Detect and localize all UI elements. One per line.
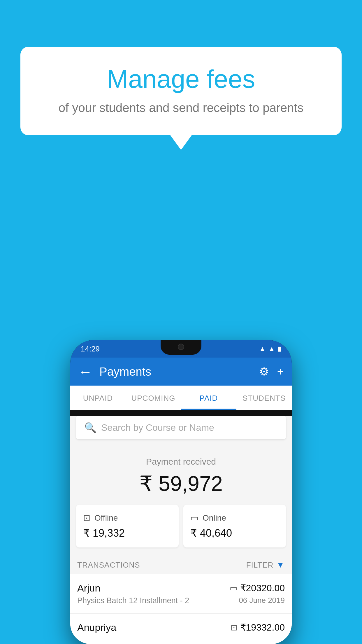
phone-notch	[161, 340, 201, 355]
filter-button[interactable]: FILTER ▼	[246, 560, 285, 570]
offline-icon: ⊡	[83, 513, 90, 523]
front-camera	[178, 344, 184, 350]
settings-icon[interactable]: ⚙	[259, 365, 269, 378]
app-bar-actions: ⚙ +	[259, 365, 284, 378]
back-button[interactable]: ←	[78, 364, 92, 380]
transaction-left-anupriya: Anupriya	[77, 622, 116, 636]
transaction-left-arjun: Arjun Physics Batch 12 Installment - 2	[77, 582, 189, 605]
offline-label: Offline	[94, 513, 118, 523]
payment-method-offline-icon: ⊡	[231, 623, 237, 632]
wifi-icon: ▲	[259, 345, 266, 353]
app-bar: ← Payments ⚙ +	[70, 358, 292, 386]
signal-icon: ▲	[268, 345, 275, 353]
student-name-anupriya: Anupriya	[77, 622, 116, 633]
transaction-date-arjun: 06 June 2019	[230, 596, 285, 605]
transaction-right-arjun: ▭ ₹20320.00 06 June 2019	[230, 582, 285, 605]
app-bar-title: Payments	[99, 365, 259, 378]
transactions-label: TRANSACTIONS	[77, 561, 140, 570]
add-icon[interactable]: +	[277, 365, 284, 378]
payment-received-label: Payment received	[76, 457, 286, 467]
online-card: ▭ Online ₹ 40,640	[183, 505, 286, 547]
transactions-header: TRANSACTIONS FILTER ▼	[70, 554, 292, 574]
battery-icon: ▮	[278, 345, 281, 353]
payment-received-section: Payment received ₹ 59,972	[70, 445, 292, 505]
payment-received-amount: ₹ 59,972	[76, 471, 286, 496]
table-row[interactable]: Anupriya ⊡ ₹19332.00	[70, 614, 292, 644]
transaction-amount-arjun: ▭ ₹20320.00	[230, 582, 285, 594]
speech-bubble: Manage fees of your students and send re…	[20, 47, 342, 135]
transaction-list: Arjun Physics Batch 12 Installment - 2 ▭…	[70, 574, 292, 644]
tabs-bar: UNPAID UPCOMING PAID STUDENTS	[70, 386, 292, 410]
online-amount: ₹ 40,640	[190, 527, 279, 539]
payment-method-online-icon: ▭	[230, 583, 237, 593]
offline-card-header: ⊡ Offline	[83, 513, 172, 523]
online-label: Online	[203, 513, 226, 523]
course-name-arjun: Physics Batch 12 Installment - 2	[77, 596, 189, 605]
online-card-header: ▭ Online	[190, 513, 279, 523]
tab-upcoming[interactable]: UPCOMING	[126, 386, 181, 410]
offline-amount: ₹ 19,332	[83, 527, 172, 539]
table-row[interactable]: Arjun Physics Batch 12 Installment - 2 ▭…	[70, 574, 292, 614]
search-icon: 🔍	[84, 422, 96, 433]
payment-cards-row: ⊡ Offline ₹ 19,332 ▭ Online ₹ 40,640	[70, 505, 292, 554]
search-bar[interactable]: 🔍 Search by Course or Name	[76, 416, 286, 439]
tab-students[interactable]: STUDENTS	[236, 386, 292, 410]
offline-card: ⊡ Offline ₹ 19,332	[76, 505, 179, 547]
filter-label: FILTER	[246, 561, 274, 570]
student-name-arjun: Arjun	[77, 582, 189, 594]
status-icons: ▲ ▲ ▮	[259, 345, 281, 353]
speech-bubble-container: Manage fees of your students and send re…	[20, 47, 342, 135]
speech-bubble-heading: Manage fees	[44, 64, 318, 94]
filter-icon: ▼	[276, 560, 285, 570]
speech-bubble-subtext: of your students and send receipts to pa…	[44, 101, 318, 115]
online-icon: ▭	[190, 513, 198, 523]
phone-wrapper: 14:29 ▲ ▲ ▮ ← Payments ⚙ + UNPAID UPCOMI…	[70, 340, 292, 644]
tab-paid[interactable]: PAID	[181, 386, 236, 410]
search-input[interactable]: Search by Course or Name	[101, 422, 214, 433]
transaction-amount-anupriya: ⊡ ₹19332.00	[231, 622, 285, 633]
status-time: 14:29	[81, 344, 100, 354]
transaction-right-anupriya: ⊡ ₹19332.00	[231, 622, 285, 635]
content-area: 🔍 Search by Course or Name Payment recei…	[70, 416, 292, 644]
tab-unpaid[interactable]: UNPAID	[70, 386, 126, 410]
phone-body: 14:29 ▲ ▲ ▮ ← Payments ⚙ + UNPAID UPCOMI…	[70, 340, 292, 644]
